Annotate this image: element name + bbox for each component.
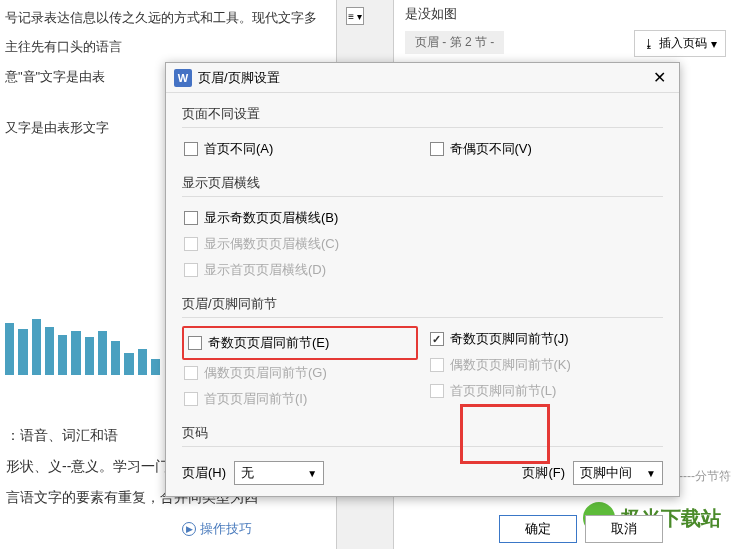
checkbox-label: 显示偶数页页眉横线(C) [204, 235, 339, 253]
section-title: 显示页眉横线 [182, 170, 663, 197]
highlight-odd-header-same: 奇数页页眉同前节(E) [182, 326, 418, 360]
select-value: 无 [241, 464, 254, 482]
checkbox-icon [184, 366, 198, 380]
checkbox-label: 显示首页页眉横线(D) [204, 261, 326, 279]
checkbox-label: 首页不同(A) [204, 140, 273, 158]
dialog-titlebar[interactable]: W 页眉/页脚设置 ✕ [166, 63, 679, 93]
section-title: 页码 [182, 420, 663, 447]
tips-label: 操作技巧 [200, 520, 252, 538]
checkbox-label: 奇数页页眉同前节(E) [208, 334, 329, 352]
checkbox-icon [430, 358, 444, 372]
checkbox-icon [184, 263, 198, 277]
section-title: 页眉/页脚同前节 [182, 291, 663, 318]
checkbox-even-header-same: 偶数页页眉同前节(G) [182, 360, 418, 386]
app-icon: W [174, 69, 192, 87]
checkbox-icon [188, 336, 202, 350]
checkbox-first-footer-same: 首页页脚同前节(L) [428, 378, 664, 404]
page-number-icon: ⭳ [643, 37, 655, 51]
checkbox-first-header-line: 显示首页页眉横线(D) [182, 257, 663, 283]
section-header-line: 显示页眉横线 显示奇数页页眉横线(B) 显示偶数页页眉横线(C) 显示首页页眉横… [182, 170, 663, 283]
chevron-down-icon: ▼ [646, 468, 656, 479]
checkbox-label: 首页页眉同前节(I) [204, 390, 307, 408]
ok-button[interactable]: 确定 [499, 515, 577, 543]
checkbox-label: 偶数页页眉同前节(G) [204, 364, 327, 382]
footer-pn-select[interactable]: 页脚中间 ▼ [573, 461, 663, 485]
checkbox-icon [184, 142, 198, 156]
checkbox-icon [184, 211, 198, 225]
dropdown-arrow-icon: ▾ [711, 37, 717, 51]
checkbox-even-footer-same: 偶数页页脚同前节(K) [428, 352, 664, 378]
document-background-right: 是没如图 页眉 - 第 2 节 - [395, 0, 514, 59]
checkbox-odd-even-different[interactable]: 奇偶页不同(V) [428, 136, 664, 162]
dialog-title: 页眉/页脚设置 [198, 69, 647, 87]
doc-text: 是没如图 [405, 5, 504, 23]
checkbox-first-page-different[interactable]: 首页不同(A) [182, 136, 418, 162]
header-pn-select[interactable]: 无 ▼ [234, 461, 324, 485]
checkbox-icon [430, 384, 444, 398]
checkbox-odd-footer-same[interactable]: 奇数页页脚同前节(J) [428, 326, 664, 352]
section-same-as-previous: 页眉/页脚同前节 奇数页页眉同前节(E) 偶数页页眉同前节(G) [182, 291, 663, 412]
checkbox-icon [184, 237, 198, 251]
checkbox-label: 显示奇数页页眉横线(B) [204, 209, 338, 227]
checkbox-icon [184, 392, 198, 406]
checkbox-odd-header-same[interactable]: 奇数页页眉同前节(E) [186, 330, 414, 356]
insert-page-number-label: 插入页码 [659, 35, 707, 52]
checkbox-even-header-line: 显示偶数页页眉横线(C) [182, 231, 663, 257]
checkbox-icon [430, 142, 444, 156]
checkbox-label: 奇数页页脚同前节(J) [450, 330, 569, 348]
close-button[interactable]: ✕ [647, 66, 671, 90]
section-break-label: ------分节符 [671, 468, 731, 485]
header-section-tag[interactable]: 页眉 - 第 2 节 - [405, 31, 504, 54]
cancel-button[interactable]: 取消 [585, 515, 663, 543]
insert-page-number-button[interactable]: ⭳ 插入页码 ▾ [634, 30, 726, 57]
checkbox-odd-header-line[interactable]: 显示奇数页页眉横线(B) [182, 205, 663, 231]
play-icon: ▶ [182, 522, 196, 536]
header-footer-settings-dialog: W 页眉/页脚设置 ✕ 页面不同设置 首页不同(A) 奇偶页不同(V) [165, 62, 680, 497]
checkbox-icon [430, 332, 444, 346]
checkbox-label: 偶数页页脚同前节(K) [450, 356, 571, 374]
checkbox-label: 首页页脚同前节(L) [450, 382, 557, 400]
dialog-body: 页面不同设置 首页不同(A) 奇偶页不同(V) 显示页眉横线 [166, 93, 679, 507]
checkbox-first-header-same: 首页页眉同前节(I) [182, 386, 418, 412]
footer-pn-label: 页脚(F) [522, 464, 565, 482]
bar-chart [5, 295, 160, 375]
doc-text: 号记录表达信息以传之久远的方式和工具。现代文字多 [5, 6, 375, 29]
header-pn-label: 页眉(H) [182, 464, 226, 482]
section-page-number: 页码 页眉(H) 无 ▼ 页脚(F) 页脚中间 ▼ [182, 420, 663, 491]
doc-text: 主往先有口头的语言 [5, 35, 375, 58]
select-value: 页脚中间 [580, 464, 632, 482]
dialog-footer: ▶ 操作技巧 确定 取消 [166, 507, 679, 549]
chevron-down-icon: ▼ [307, 468, 317, 479]
section-page-different: 页面不同设置 首页不同(A) 奇偶页不同(V) [182, 101, 663, 162]
tips-link[interactable]: ▶ 操作技巧 [182, 520, 252, 538]
checkbox-label: 奇偶页不同(V) [450, 140, 532, 158]
section-title: 页面不同设置 [182, 101, 663, 128]
